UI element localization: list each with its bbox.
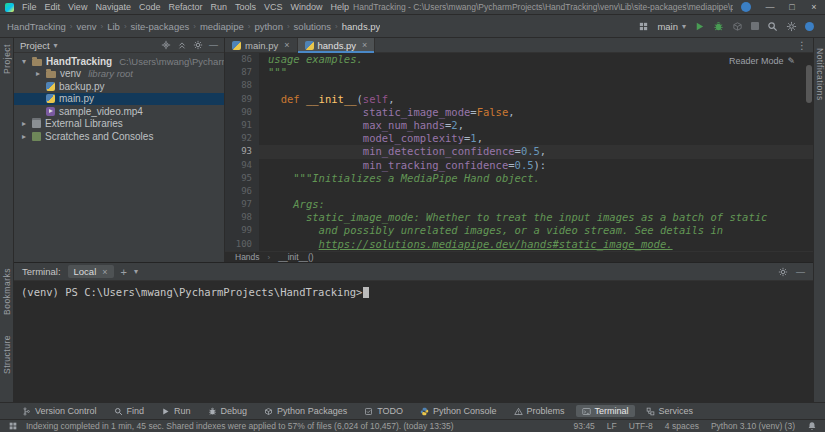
line-separator[interactable]: LF: [607, 421, 617, 431]
terminal-tab-local[interactable]: Local ×: [68, 265, 114, 278]
menu-navigate[interactable]: Navigate: [91, 2, 135, 12]
hide-panel-icon[interactable]: —: [209, 40, 218, 50]
menu-help[interactable]: Help: [327, 2, 354, 12]
code-line-89[interactable]: 89 def __init__(self,: [225, 93, 813, 106]
tree-item-handtracking[interactable]: ▾HandTrackingC:\Users\mwang\PycharmProje…: [14, 55, 224, 68]
code-line-93[interactable]: 93 min_detection_confidence=0.5,: [225, 145, 813, 158]
file-encoding[interactable]: UTF-8: [629, 421, 653, 431]
breadcrumb-item-python[interactable]: python: [254, 21, 283, 32]
menu-vcs[interactable]: VCS: [260, 2, 287, 12]
code-line-87[interactable]: 87""": [225, 66, 813, 79]
code-editor[interactable]: 86usage examples.87"""8889 def __init__(…: [225, 53, 813, 251]
layout-icon[interactable]: [8, 421, 18, 431]
notifications-tool-button[interactable]: Notifications: [815, 48, 825, 101]
code-with-me-icon[interactable]: [805, 22, 814, 31]
code-line-91[interactable]: 91 max_num_hands=2,: [225, 119, 813, 132]
breadcrumb-item-hands-py[interactable]: hands.py: [342, 21, 381, 32]
menu-run[interactable]: Run: [206, 2, 231, 12]
code-line-94[interactable]: 94 min_tracking_confidence=0.5):: [225, 159, 813, 172]
breadcrumb-item-handtracking[interactable]: HandTracking: [7, 21, 66, 32]
code-line-98[interactable]: 98 static_image_mode: Whether to treat t…: [225, 211, 813, 224]
tool-window-python-console[interactable]: Python Console: [414, 405, 503, 417]
settings-gear-icon[interactable]: [786, 21, 797, 32]
menu-edit[interactable]: Edit: [41, 2, 65, 12]
collapse-all-icon[interactable]: [177, 40, 187, 50]
terminal-output[interactable]: (venv) PS C:\Users\mwang\PycharmProjects…: [14, 281, 813, 402]
editor-breadcrumb-init[interactable]: __init__(): [278, 252, 313, 262]
tool-window-todo[interactable]: TODO: [358, 405, 409, 417]
breadcrumb-item-solutions[interactable]: solutions: [294, 21, 332, 32]
tool-window-version-control[interactable]: Version Control: [16, 405, 103, 417]
tree-item-backup-py[interactable]: backup.py: [14, 80, 224, 93]
stop-button[interactable]: [751, 22, 759, 30]
close-icon[interactable]: ×: [362, 40, 367, 50]
ide-sync-settings-icon[interactable]: [741, 2, 751, 12]
menu-code[interactable]: Code: [135, 2, 165, 12]
reader-mode-toggle[interactable]: Reader Mode ✎: [729, 56, 795, 66]
search-everywhere-icon[interactable]: [767, 21, 778, 32]
chevron-right-icon[interactable]: ▸: [20, 132, 28, 141]
project-panel-title[interactable]: Project: [20, 40, 50, 51]
tree-item-scratches-and-consoles[interactable]: ▸Scratches and Consoles: [14, 130, 224, 143]
tab-options-icon[interactable]: ⋮: [791, 38, 813, 52]
editor-tab-main-py[interactable]: main.py×: [225, 38, 298, 52]
tree-item-venv[interactable]: ▸venvlibrary root: [14, 68, 224, 81]
bookmarks-tool-button[interactable]: Bookmarks: [2, 268, 12, 315]
breadcrumb-item-lib[interactable]: Lib: [107, 21, 120, 32]
indent-size[interactable]: 4 spaces: [665, 421, 699, 431]
code-line-90[interactable]: 90 static_image_mode=False,: [225, 106, 813, 119]
new-terminal-button[interactable]: +: [121, 266, 127, 278]
chevron-down-icon[interactable]: ▾: [134, 267, 138, 276]
chevron-right-icon[interactable]: ▸: [20, 119, 28, 128]
tree-item-sample-video-mp4[interactable]: sample_video.mp4: [14, 105, 224, 118]
project-tool-button[interactable]: Project: [2, 44, 12, 74]
breadcrumb-item-site-packages[interactable]: site-packages: [131, 21, 190, 32]
close-window-button[interactable]: ×: [803, 0, 825, 15]
caret-position[interactable]: 93:45: [574, 421, 595, 431]
locate-file-icon[interactable]: [161, 40, 171, 50]
code-line-96[interactable]: 96: [225, 185, 813, 198]
minimize-window-button[interactable]: —: [759, 0, 781, 15]
code-line-86[interactable]: 86usage examples.: [225, 53, 813, 66]
breadcrumb-item-venv[interactable]: venv: [76, 21, 96, 32]
editor-breadcrumb-hands[interactable]: Hands: [235, 252, 260, 262]
code-line-95[interactable]: 95 """Initializes a MediaPipe Hand objec…: [225, 172, 813, 185]
chevron-down-icon[interactable]: ▾: [20, 57, 28, 66]
tool-window-run[interactable]: Run: [155, 405, 197, 417]
chevron-down-icon[interactable]: ▾: [54, 41, 58, 50]
debug-button[interactable]: [713, 21, 724, 32]
editor-tab-hands-py[interactable]: hands.py×: [298, 38, 376, 52]
tool-window-find[interactable]: Find: [108, 405, 151, 417]
code-line-88[interactable]: 88: [225, 79, 813, 92]
tool-window-debug[interactable]: Debug: [202, 405, 254, 417]
breadcrumb-item-mediapipe[interactable]: mediapipe: [200, 21, 244, 32]
code-line-99[interactable]: 99 and possibly unrelated images, or a v…: [225, 224, 813, 237]
tool-window-problems[interactable]: Problems: [508, 405, 571, 417]
close-icon[interactable]: ×: [102, 267, 107, 277]
chevron-right-icon[interactable]: ▸: [34, 69, 42, 78]
tool-window-services[interactable]: Services: [640, 405, 700, 417]
code-line-97[interactable]: 97 Args:: [225, 198, 813, 211]
menu-view[interactable]: View: [64, 2, 91, 12]
notifications-bell-icon[interactable]: [807, 421, 817, 431]
tree-item-main-py[interactable]: main.py: [14, 93, 224, 106]
menu-window[interactable]: Window: [287, 2, 327, 12]
code-line-100[interactable]: 100 https://solutions.mediapipe.dev/hand…: [225, 238, 813, 251]
tool-window-python-packages[interactable]: Python Packages: [258, 405, 353, 417]
close-icon[interactable]: ×: [284, 40, 289, 50]
terminal-settings-icon[interactable]: [778, 267, 788, 277]
menu-tools[interactable]: Tools: [231, 2, 260, 12]
editor-scrollbar[interactable]: [806, 65, 812, 103]
python-interpreter[interactable]: Python 3.10 (venv) (3): [711, 421, 795, 431]
menu-refactor[interactable]: Refactor: [164, 2, 206, 12]
run-config-selector[interactable]: main ▾: [657, 21, 686, 32]
structure-tool-button[interactable]: Structure: [2, 335, 12, 374]
run-button[interactable]: [694, 21, 705, 32]
panel-settings-icon[interactable]: [193, 40, 203, 50]
tool-window-terminal[interactable]: Terminal: [576, 405, 635, 417]
menu-file[interactable]: File: [18, 2, 41, 12]
project-structure-icon[interactable]: [638, 21, 649, 32]
tree-item-external-libraries[interactable]: ▸External Libraries: [14, 118, 224, 131]
code-line-92[interactable]: 92 model_complexity=1,: [225, 132, 813, 145]
minimize-panel-icon[interactable]: —: [796, 267, 805, 277]
